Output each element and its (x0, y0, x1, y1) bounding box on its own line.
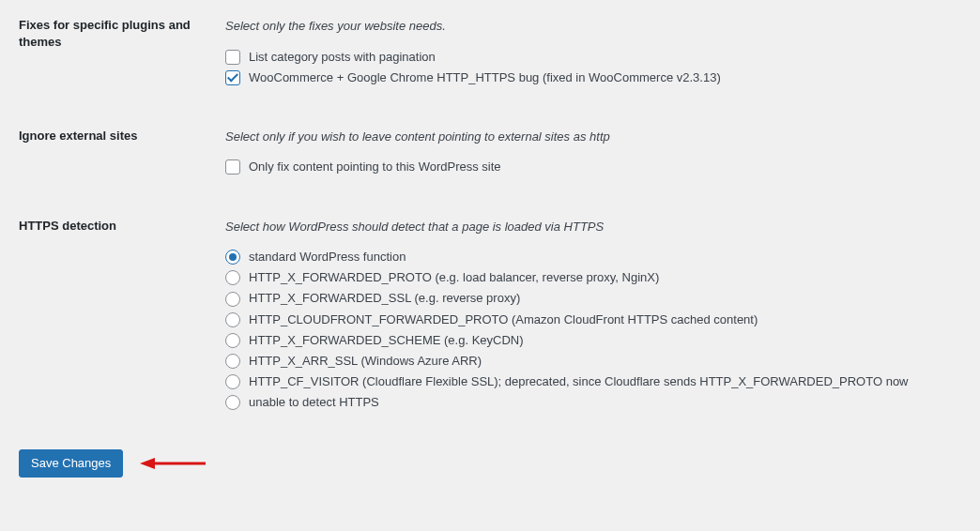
detection-option-4-label: HTTP_X_FORWARDED_SCHEME (e.g. KeyCDN) (249, 332, 524, 349)
detection-option-2-label: HTTP_X_FORWARDED_SSL (e.g. reverse proxy… (249, 290, 520, 307)
detection-option-6: HTTP_CF_VISITOR (Cloudflare Flexible SSL… (225, 372, 961, 392)
detection-option-1-label: HTTP_X_FORWARDED_PROTO (e.g. load balanc… (249, 269, 659, 286)
row-detection: HTTPS detection Select how WordPress sho… (19, 214, 961, 414)
detection-option-5-label: HTTP_X_ARR_SSL (Windows Azure ARR) (249, 353, 482, 370)
radio-x-forwarded-ssl[interactable] (225, 292, 240, 307)
svg-marker-1 (140, 458, 155, 469)
checkbox-list-category-posts[interactable] (225, 50, 240, 65)
detection-option-4: HTTP_X_FORWARDED_SCHEME (e.g. KeyCDN) (225, 330, 961, 351)
detection-option-5: HTTP_X_ARR_SSL (Windows Azure ARR) (225, 351, 961, 372)
radio-cloudfront-forwarded-proto[interactable] (225, 312, 240, 327)
detection-option-0-label: standard WordPress function (249, 249, 406, 266)
fixes-helper: Select only the fixes your website needs… (225, 17, 961, 36)
fixes-option-0: List category posts with pagination (225, 47, 961, 68)
checkbox-woocommerce-bug[interactable] (225, 70, 240, 85)
detection-content: Select how WordPress should detect that … (225, 214, 961, 414)
fixes-heading: Fixes for specific plugins and themes (19, 13, 225, 50)
radio-x-forwarded-scheme[interactable] (225, 333, 240, 348)
fixes-option-1-label: WooCommerce + Google Chrome HTTP_HTTPS b… (249, 69, 721, 86)
radio-unable-detect[interactable] (225, 395, 240, 410)
arrow-icon (140, 456, 206, 471)
detection-helper: Select how WordPress should detect that … (225, 218, 961, 236)
detection-option-7: unable to detect HTTPS (225, 392, 961, 413)
ignore-option-0-label: Only fix content pointing to this WordPr… (249, 159, 501, 175)
ignore-helper: Select only if you wish to leave content… (225, 128, 961, 146)
detection-option-1: HTTP_X_FORWARDED_PROTO (e.g. load balanc… (225, 267, 961, 288)
ignore-content: Select only if you wish to leave content… (225, 124, 961, 178)
radio-standard-wordpress[interactable] (225, 250, 240, 265)
detection-option-3-label: HTTP_CLOUDFRONT_FORWARDED_PROTO (Amazon … (249, 311, 758, 328)
fixes-content: Select only the fixes your website needs… (225, 13, 961, 88)
detection-option-7-label: unable to detect HTTPS (249, 394, 379, 411)
submit-row: Save Changes (19, 449, 961, 478)
detection-option-6-label: HTTP_CF_VISITOR (Cloudflare Flexible SSL… (249, 373, 909, 390)
radio-cf-visitor[interactable] (225, 374, 240, 389)
ignore-option-0: Only fix content pointing to this WordPr… (225, 157, 961, 177)
radio-x-forwarded-proto[interactable] (225, 270, 240, 285)
row-ignore: Ignore external sites Select only if you… (19, 124, 961, 178)
detection-heading: HTTPS detection (19, 214, 225, 235)
detection-option-2: HTTP_X_FORWARDED_SSL (e.g. reverse proxy… (225, 288, 961, 309)
fixes-option-0-label: List category posts with pagination (249, 49, 436, 66)
radio-x-arr-ssl[interactable] (225, 354, 240, 369)
ignore-heading: Ignore external sites (19, 124, 225, 144)
save-changes-button[interactable]: Save Changes (19, 449, 123, 478)
detection-option-0: standard WordPress function (225, 247, 961, 267)
checkbox-only-fix-wordpress[interactable] (225, 159, 240, 174)
detection-option-3: HTTP_CLOUDFRONT_FORWARDED_PROTO (Amazon … (225, 310, 961, 330)
row-fixes: Fixes for specific plugins and themes Se… (19, 13, 961, 88)
fixes-option-1: WooCommerce + Google Chrome HTTP_HTTPS b… (225, 68, 961, 88)
